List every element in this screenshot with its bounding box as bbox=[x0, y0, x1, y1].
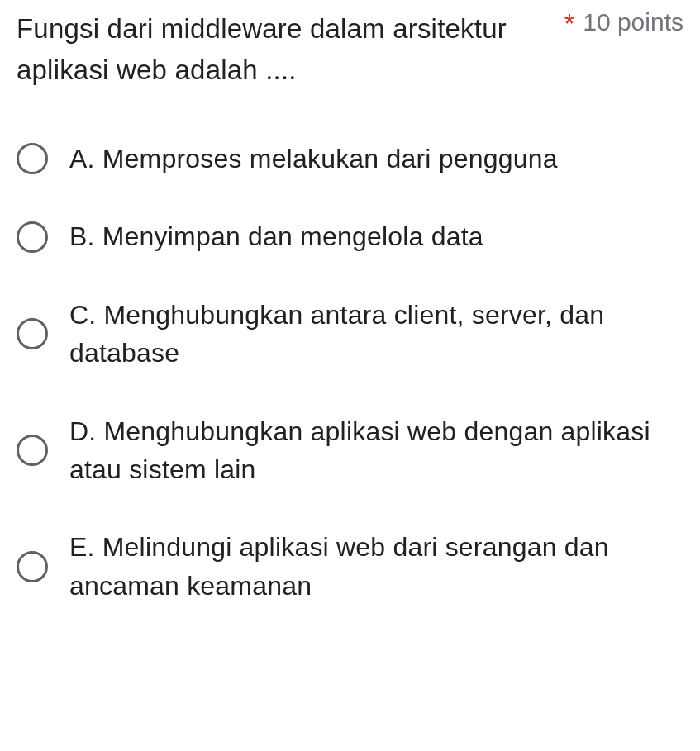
option-a[interactable]: A. Memproses melakukan dari pengguna bbox=[17, 140, 683, 178]
option-label: C. Menghubungkan antara client, server, … bbox=[69, 296, 683, 373]
radio-icon bbox=[17, 221, 48, 253]
question-container: Fungsi dari middleware dalam arsitektur … bbox=[0, 8, 700, 605]
radio-icon bbox=[17, 143, 48, 174]
option-label: D. Menghubungkan aplikasi web dengan apl… bbox=[69, 412, 683, 489]
radio-icon bbox=[17, 435, 48, 466]
question-header: Fungsi dari middleware dalam arsitektur … bbox=[17, 8, 683, 90]
points-label: 10 points bbox=[583, 8, 683, 36]
option-label: E. Melindungi aplikasi web dari serangan… bbox=[69, 528, 683, 605]
radio-icon bbox=[17, 318, 48, 349]
option-b[interactable]: B. Menyimpan dan mengelola data bbox=[17, 217, 683, 255]
option-label: A. Memproses melakukan dari pengguna bbox=[69, 140, 558, 178]
required-marker: * bbox=[564, 8, 574, 40]
option-label: B. Menyimpan dan mengelola data bbox=[69, 217, 483, 255]
question-text: Fungsi dari middleware dalam arsitektur … bbox=[17, 8, 554, 90]
question-meta: * 10 points bbox=[554, 8, 683, 40]
radio-icon bbox=[17, 551, 48, 582]
option-e[interactable]: E. Melindungi aplikasi web dari serangan… bbox=[17, 528, 683, 605]
option-c[interactable]: C. Menghubungkan antara client, server, … bbox=[17, 296, 683, 373]
option-d[interactable]: D. Menghubungkan aplikasi web dengan apl… bbox=[17, 412, 683, 489]
options-list: A. Memproses melakukan dari pengguna B. … bbox=[17, 140, 683, 605]
